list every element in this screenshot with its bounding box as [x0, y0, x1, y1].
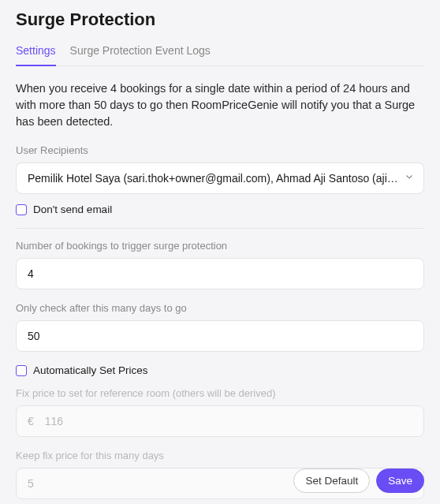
dont-send-email-checkbox[interactable]: [16, 204, 27, 215]
divider: [16, 228, 424, 229]
surge-description: When you receive 4 bookings for a single…: [16, 80, 424, 130]
set-default-button[interactable]: Set Default: [293, 469, 370, 493]
fix-price-input-wrapper: €: [16, 405, 424, 437]
currency-symbol: €: [17, 406, 34, 436]
chevron-down-icon: [406, 175, 412, 181]
tab-settings[interactable]: Settings: [16, 44, 56, 66]
auto-set-prices-label: Automatically Set Prices: [33, 364, 148, 376]
bookings-trigger-input[interactable]: [16, 258, 424, 289]
footer-actions: Set Default Save: [293, 469, 424, 493]
days-to-go-input[interactable]: [16, 320, 424, 352]
save-button[interactable]: Save: [376, 469, 424, 493]
dont-send-email-label: Don't send email: [33, 203, 112, 215]
bookings-trigger-label: Number of bookings to trigger surge prot…: [16, 240, 424, 252]
tab-event-logs[interactable]: Surge Protection Event Logs: [70, 44, 211, 66]
recipients-label: User Recipients: [16, 144, 424, 156]
recipients-select[interactable]: Pemilik Hotel Saya (sari.thok+owner@gmai…: [16, 162, 424, 194]
days-to-go-label: Only check after this many days to go: [16, 302, 424, 314]
fix-price-label: Fix price to set for reference room (oth…: [16, 387, 424, 399]
page-title: Surge Protection: [16, 9, 424, 30]
recipients-value: Pemilik Hotel Saya (sari.thok+owner@gmai…: [28, 172, 400, 185]
fix-price-input[interactable]: [34, 406, 423, 436]
auto-set-prices-checkbox[interactable]: [16, 365, 27, 376]
keep-days-label: Keep fix price for this many days: [16, 450, 424, 461]
tabs-container: Settings Surge Protection Event Logs: [16, 44, 424, 66]
